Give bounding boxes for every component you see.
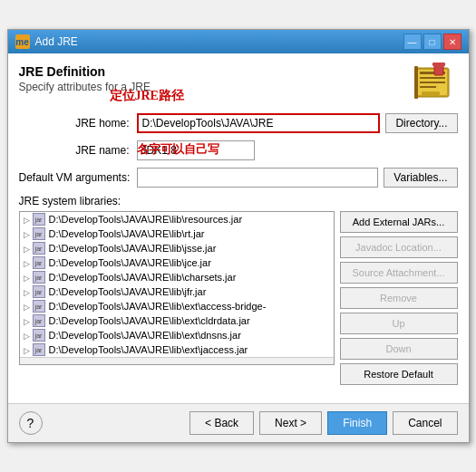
- jar-icon: jar: [33, 242, 45, 255]
- jar-icon: jar: [33, 314, 45, 327]
- list-item: ▷ jar D:\DevelopTools\JAVA\JRE\lib\resou…: [20, 212, 334, 226]
- svg-rect-9: [432, 63, 445, 66]
- jre-name-container: 名字可以自己写 JRE name:: [19, 140, 458, 160]
- list-item: ▷ jar D:\DevelopTools\JAVA\JRE\lib\rt.ja…: [20, 226, 334, 241]
- next-button[interactable]: Next >: [259, 411, 322, 435]
- header-text: JRE Definition Specify attributes for a …: [19, 64, 151, 102]
- dialog-footer: ? < Back Next > Finish Cancel: [8, 403, 469, 442]
- list-item: ▷ jar D:\DevelopTools\JAVA\JRE\lib\jsse.…: [20, 241, 334, 255]
- cancel-button[interactable]: Cancel: [393, 411, 457, 435]
- list-item: ▷ jar D:\DevelopTools\JAVA\JRE\lib\ext\j…: [20, 342, 334, 357]
- jar-icon: jar: [33, 271, 45, 284]
- svg-rect-7: [422, 92, 440, 95]
- arrow-icon: ▷: [24, 230, 31, 237]
- jar-icon: jar: [33, 256, 45, 269]
- jar-icon: jar: [33, 329, 45, 342]
- add-jre-window: me Add JRE — □ ✕ JRE Definition Specify …: [7, 29, 470, 443]
- javadoc-location-button[interactable]: Javadoc Location...: [340, 236, 458, 258]
- arrow-icon: ▷: [24, 317, 31, 324]
- down-button[interactable]: Down: [340, 338, 458, 360]
- default-vm-row: Default VM arguments: Variables...: [19, 168, 458, 188]
- section-subtitle: Specify attributes for a JRE: [19, 81, 151, 93]
- title-bar-left: me Add JRE: [15, 34, 78, 49]
- header-row: JRE Definition Specify attributes for a …: [19, 64, 458, 108]
- svg-rect-4: [420, 82, 445, 83]
- arrow-icon: ▷: [24, 259, 31, 266]
- source-attachment-button[interactable]: Source Attachment...: [340, 262, 458, 284]
- arrow-icon: ▷: [24, 288, 31, 295]
- list-item: ▷ jar D:\DevelopTools\JAVA\JRE\lib\jce.j…: [20, 255, 334, 270]
- libraries-label: JRE system libraries:: [19, 195, 458, 207]
- book-svg: [411, 61, 458, 108]
- list-item: ▷ jar D:\DevelopTools\JAVA\JRE\lib\ext\c…: [20, 313, 334, 328]
- jre-home-container: 定位JRE路径 JRE home: Directory...: [19, 113, 458, 133]
- list-item: ▷ jar D:\DevelopTools\JAVA\JRE\lib\ext\d…: [20, 328, 334, 342]
- list-item: ▷ jar D:\DevelopTools\JAVA\JRE\lib\jfr.j…: [20, 284, 334, 299]
- list-item: ▷ jar D:\DevelopTools\JAVA\JRE\lib\chars…: [20, 270, 334, 284]
- arrow-icon: ▷: [24, 274, 31, 281]
- variables-button[interactable]: Variables...: [384, 168, 457, 188]
- window-title: Add JRE: [35, 35, 78, 48]
- jre-name-input[interactable]: [137, 140, 255, 160]
- svg-rect-5: [420, 86, 436, 88]
- jar-icon: jar: [33, 227, 45, 240]
- book-icon: [411, 61, 458, 108]
- finish-button[interactable]: Finish: [327, 411, 387, 435]
- help-button[interactable]: ?: [19, 411, 43, 435]
- minimize-button[interactable]: —: [403, 34, 422, 50]
- svg-rect-3: [420, 77, 445, 79]
- back-button[interactable]: < Back: [189, 411, 254, 435]
- directory-button[interactable]: Directory...: [385, 113, 457, 133]
- restore-default-button[interactable]: Restore Default: [340, 363, 458, 385]
- jar-icon: jar: [33, 343, 45, 356]
- arrow-icon: ▷: [24, 303, 31, 310]
- libraries-list[interactable]: ▷ jar D:\DevelopTools\JAVA\JRE\lib\resou…: [19, 211, 335, 365]
- jre-home-input[interactable]: [137, 113, 381, 133]
- arrow-icon: ▷: [24, 245, 31, 252]
- jre-home-label: JRE home:: [19, 117, 137, 130]
- window-controls: — □ ✕: [403, 34, 461, 50]
- jre-name-row: JRE name:: [19, 140, 458, 160]
- jre-name-label: JRE name:: [19, 144, 137, 157]
- footer-buttons: < Back Next > Finish Cancel: [189, 411, 457, 435]
- list-item: ▷ jar D:\DevelopTools\JAVA\JRE\lib\ext\a…: [20, 299, 334, 313]
- maximize-button[interactable]: □: [423, 34, 442, 50]
- main-content: JRE Definition Specify attributes for a …: [8, 53, 469, 403]
- libraries-container: ▷ jar D:\DevelopTools\JAVA\JRE\lib\resou…: [19, 211, 458, 385]
- arrow-icon: ▷: [24, 216, 31, 223]
- default-vm-label: Default VM arguments:: [19, 171, 137, 184]
- add-external-jars-button[interactable]: Add External JARs...: [340, 211, 458, 233]
- up-button[interactable]: Up: [340, 313, 458, 334]
- arrow-icon: ▷: [24, 346, 31, 353]
- jre-home-row: JRE home: Directory...: [19, 113, 458, 133]
- app-icon: me: [15, 34, 30, 49]
- jar-icon: jar: [33, 300, 45, 313]
- horizontal-scrollbar[interactable]: [20, 357, 334, 365]
- section-title: JRE Definition: [19, 64, 151, 79]
- jar-icon: jar: [33, 285, 45, 298]
- remove-button[interactable]: Remove: [340, 287, 458, 309]
- jar-icon: jar: [33, 213, 45, 226]
- svg-rect-6: [414, 66, 418, 99]
- default-vm-input[interactable]: [137, 168, 379, 188]
- title-bar: me Add JRE — □ ✕: [8, 30, 469, 53]
- close-button[interactable]: ✕: [443, 34, 461, 50]
- side-buttons-panel: Add External JARs... Javadoc Location...…: [340, 211, 458, 385]
- arrow-icon: ▷: [24, 332, 31, 339]
